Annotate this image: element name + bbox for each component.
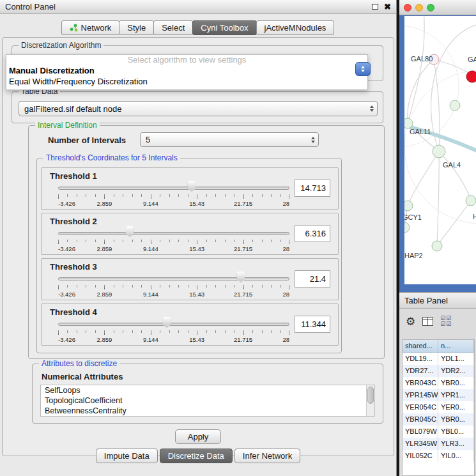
tab-infer-network-label: Infer Network — [243, 451, 292, 461]
network-window-titlebar — [399, 0, 476, 15]
slider-minor-ticks — [58, 240, 289, 242]
cell: YBR0... — [438, 413, 474, 426]
scale-label: 2.859 — [97, 291, 112, 298]
network-icon — [70, 24, 78, 32]
tab-discretize-data[interactable]: Discretize Data — [160, 449, 233, 463]
table-row[interactable]: YER054C YER0... — [403, 401, 474, 413]
scale-label: 15.43 — [189, 245, 204, 252]
table-data-group: Table Data galFiltered.sif default node — [12, 91, 383, 123]
algorithm-combobox-button[interactable] — [355, 62, 371, 76]
threshold-1-value-field[interactable]: 14.713 — [295, 180, 330, 197]
interval-definition-group-title: Interval Definition — [35, 121, 100, 130]
gear-icon[interactable]: ⚙ — [406, 316, 415, 327]
network-edge — [439, 151, 471, 201]
tab-infer-network[interactable]: Infer Network — [234, 449, 300, 463]
scale-label: 28 — [282, 291, 289, 298]
scrollbar-thumb[interactable] — [367, 387, 374, 404]
threshold-2-slider: -3.426 2.859 9.144 15.43 21.715 28 — [58, 213, 289, 256]
algorithm-dropdown-list: Select algorithm to view settings Manual… — [6, 54, 368, 90]
node-label-hap2: HAP2 — [404, 252, 423, 259]
network-edge — [437, 151, 439, 246]
minimize-traffic-light[interactable] — [415, 4, 423, 12]
tab-style[interactable]: Style — [119, 20, 154, 35]
table-row[interactable]: YPR145W YPR1... — [403, 389, 474, 401]
cell: YDL1... — [438, 353, 474, 365]
close-icon[interactable]: ✖ — [384, 3, 391, 11]
numerical-attributes-label: Numerical Attributes — [42, 372, 123, 381]
column-header-name[interactable]: n... — [438, 340, 474, 353]
node-red-selected[interactable] — [466, 71, 476, 82]
threshold-3-slider: -3.426 2.859 9.144 15.43 21.715 28 — [58, 259, 289, 301]
table-row[interactable]: YLR345W YLR3... — [403, 438, 474, 450]
columns-icon[interactable] — [422, 317, 433, 326]
node-label-gal80: GAL80 — [411, 55, 433, 63]
node-label-gal4: GAL4 — [443, 161, 461, 169]
algorithm-option-manual[interactable]: Manual Discretization — [6, 65, 367, 76]
attributes-group: Attributes to discretize Numerical Attri… — [32, 364, 383, 424]
number-of-intervals-label: Number of Intervals — [48, 135, 126, 145]
algorithm-placeholder-option[interactable]: Select algorithm to view settings — [6, 55, 367, 65]
node-gal11[interactable] — [404, 118, 413, 128]
column-checkboxes-icon[interactable]: ☑☑ ☑☑ — [440, 316, 452, 327]
float-window-icon[interactable] — [372, 4, 378, 10]
close-traffic-light[interactable] — [404, 4, 411, 12]
table-row[interactable]: YIL052C YIL0... — [403, 450, 474, 462]
tab-network[interactable]: Network — [61, 20, 120, 35]
threshold-3-slider-thumb[interactable] — [236, 272, 245, 282]
tab-jactivemnodules[interactable]: jActiveMNodules — [256, 20, 335, 35]
threshold-3-value-field[interactable]: 21.4 — [295, 270, 330, 288]
threshold-1-slider-thumb[interactable] — [187, 181, 196, 192]
list-item[interactable]: BetweennessCentrality — [41, 406, 374, 416]
node[interactable] — [404, 222, 410, 233]
column-header-shared-name[interactable]: shared... — [403, 340, 438, 353]
cell: YER0... — [438, 401, 474, 413]
node[interactable] — [450, 100, 460, 111]
table-row[interactable]: YBL079W YBL0... — [403, 426, 474, 438]
scale-label: 2.859 — [97, 245, 112, 252]
cell: YBL0... — [438, 426, 474, 438]
stepper-icon — [308, 137, 318, 143]
table-data-combobox[interactable]: galFiltered.sif default node — [19, 101, 378, 116]
table-row[interactable]: YDR27... YDR2... — [403, 365, 474, 377]
threshold-4-slider-thumb[interactable] — [163, 317, 171, 328]
node-gcy1[interactable] — [404, 201, 413, 211]
table-panel-header: Table Panel — [399, 292, 476, 309]
cell: YDL19... — [403, 353, 438, 365]
tab-impute-data[interactable]: Impute Data — [96, 449, 158, 463]
threshold-4-slider-track[interactable] — [58, 323, 289, 326]
tab-cyni-toolbox[interactable]: Cyni Toolbox — [192, 20, 256, 35]
table-row[interactable]: YBR043C YBR0... — [403, 377, 474, 389]
node-hap2[interactable] — [432, 241, 442, 251]
threshold-4-value-field[interactable]: 11.344 — [295, 316, 330, 333]
table-row[interactable]: YBR045C YBR0... — [403, 413, 474, 426]
threshold-2-slider-track[interactable] — [58, 232, 289, 235]
node-label-partial: GA — [468, 56, 476, 63]
number-of-intervals-combobox[interactable]: 5 — [140, 132, 319, 147]
attributes-list-scrollbar[interactable] — [366, 385, 374, 416]
scale-label: 15.43 — [189, 336, 204, 343]
algorithm-option-equal-width[interactable]: Equal Width/Frequency Discretization — [6, 76, 367, 87]
zoom-traffic-light[interactable] — [427, 4, 434, 12]
node-gal4[interactable] — [433, 145, 445, 158]
threshold-1-slider-track[interactable] — [58, 187, 289, 190]
list-item[interactable]: SelfLoops — [41, 385, 374, 395]
cell: YDR27... — [403, 365, 438, 377]
tab-cyni-toolbox-label: Cyni Toolbox — [201, 23, 248, 33]
table-row[interactable]: YDL19... YDL1... — [403, 353, 474, 365]
tab-select[interactable]: Select — [153, 20, 193, 35]
threshold-2-slider-thumb[interactable] — [126, 226, 134, 237]
tab-style-label: Style — [127, 23, 146, 33]
threshold-2-value-field[interactable]: 6.316 — [295, 225, 330, 242]
control-panel: Control Panel ✖ Network Style Select Cyn… — [0, 0, 397, 476]
scale-label: -3.426 — [58, 245, 75, 252]
apply-button[interactable]: Apply — [175, 429, 221, 444]
network-canvas[interactable]: GAL80 GA GAL11 GAL4 GCY1 HAP2 H — [404, 16, 476, 284]
list-item[interactable]: TopologicalCoefficient — [41, 395, 374, 406]
cell: YDR2... — [438, 365, 474, 377]
slider-minor-ticks — [58, 330, 289, 333]
tab-discretize-data-label: Discretize Data — [168, 451, 224, 461]
scale-label: 15.43 — [189, 291, 204, 298]
threshold-3-slider-track[interactable] — [58, 277, 289, 280]
node[interactable] — [466, 196, 476, 206]
control-panel-titlebar: Control Panel ✖ — [0, 0, 396, 14]
